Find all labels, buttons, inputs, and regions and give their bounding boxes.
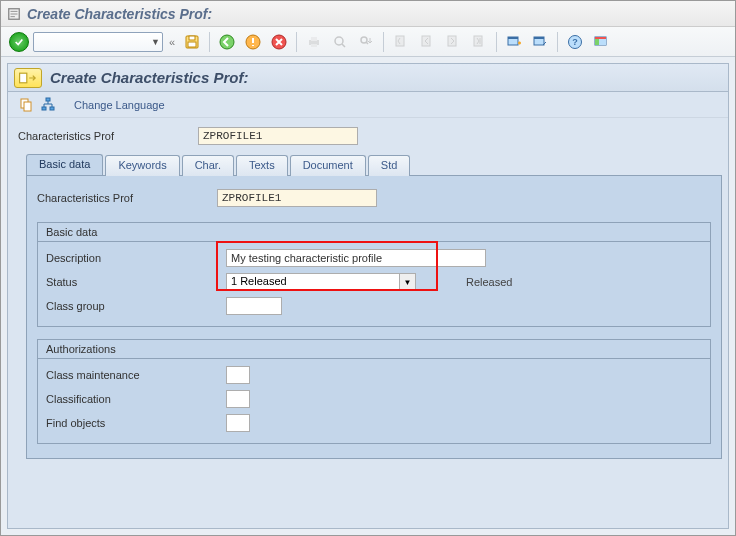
- tab-keywords[interactable]: Keywords: [105, 155, 179, 176]
- char-prof-label-2: Characteristics Prof: [37, 192, 217, 204]
- find-objects-input[interactable]: [226, 414, 250, 432]
- char-prof-label: Characteristics Prof: [18, 130, 198, 142]
- svg-rect-26: [20, 73, 27, 83]
- help-button[interactable]: ?: [564, 31, 586, 53]
- separator: [383, 32, 384, 52]
- window-titlebar: Create Characteristics Prof:: [1, 1, 735, 27]
- layout-menu-button[interactable]: [590, 31, 612, 53]
- structure-icon[interactable]: [40, 97, 56, 113]
- status-readable: Released: [466, 276, 512, 288]
- first-page-button[interactable]: [390, 31, 412, 53]
- command-field[interactable]: ▼: [33, 32, 163, 52]
- char-prof-input-2[interactable]: [217, 189, 377, 207]
- basic-data-group: Basic data Description Status 1 Released…: [37, 222, 711, 327]
- svg-rect-17: [508, 37, 518, 39]
- description-label: Description: [46, 252, 226, 264]
- window-menu-icon[interactable]: [7, 7, 21, 21]
- classification-label: Classification: [46, 393, 226, 405]
- svg-rect-24: [595, 39, 599, 45]
- collapse-icon[interactable]: «: [169, 36, 175, 48]
- tab-basic-data[interactable]: Basic data: [26, 154, 103, 175]
- svg-point-4: [220, 35, 234, 49]
- authorizations-group-title: Authorizations: [38, 340, 710, 359]
- svg-rect-31: [50, 107, 54, 110]
- class-group-input[interactable]: [226, 297, 282, 315]
- tab-document[interactable]: Document: [290, 155, 366, 176]
- class-maintenance-input[interactable]: [226, 366, 250, 384]
- svg-rect-23: [595, 37, 606, 39]
- svg-text:?: ?: [572, 37, 578, 47]
- class-maintenance-label: Class maintenance: [46, 369, 226, 381]
- tab-body-basic-data: Characteristics Prof Basic data Descript…: [26, 176, 722, 459]
- find-button[interactable]: [329, 31, 351, 53]
- dropdown-icon: ▼: [399, 274, 415, 290]
- next-page-button[interactable]: [442, 31, 464, 53]
- app-toolbar: Change Language: [8, 92, 728, 118]
- svg-rect-9: [311, 44, 317, 47]
- svg-rect-3: [188, 42, 196, 47]
- enter-button[interactable]: [9, 32, 29, 52]
- tab-texts[interactable]: Texts: [236, 155, 288, 176]
- find-objects-label: Find objects: [46, 417, 226, 429]
- svg-rect-12: [396, 36, 404, 46]
- find-next-button[interactable]: [355, 31, 377, 53]
- panel-header: Create Characteristics Prof:: [8, 64, 728, 92]
- svg-rect-30: [42, 107, 46, 110]
- tabstrip: Basic data Keywords Char. Texts Document…: [8, 148, 728, 459]
- separator: [209, 32, 210, 52]
- tab-char[interactable]: Char.: [182, 155, 234, 176]
- cancel-button[interactable]: [268, 31, 290, 53]
- svg-rect-15: [474, 36, 482, 46]
- svg-rect-19: [534, 37, 544, 39]
- exit-button[interactable]: [242, 31, 264, 53]
- svg-rect-29: [46, 98, 50, 101]
- dropdown-icon: ▼: [151, 37, 160, 47]
- svg-rect-2: [189, 36, 195, 40]
- change-language-link[interactable]: Change Language: [74, 99, 165, 111]
- char-prof-row: Characteristics Prof: [8, 124, 728, 148]
- svg-rect-13: [422, 36, 430, 46]
- copy-icon[interactable]: [18, 97, 34, 113]
- svg-point-10: [335, 37, 343, 45]
- new-session-button[interactable]: [503, 31, 525, 53]
- main-panel: Create Characteristics Prof: Change Lang…: [7, 63, 729, 529]
- display-toggle-button[interactable]: [14, 68, 42, 88]
- tab-std[interactable]: Std: [368, 155, 411, 176]
- description-input[interactable]: [226, 249, 486, 267]
- basic-data-group-title: Basic data: [38, 223, 710, 242]
- char-prof-input[interactable]: [198, 127, 358, 145]
- window-title: Create Characteristics Prof:: [27, 6, 212, 22]
- separator: [296, 32, 297, 52]
- back-button[interactable]: [216, 31, 238, 53]
- separator: [557, 32, 558, 52]
- svg-rect-25: [599, 39, 606, 45]
- prev-page-button[interactable]: [416, 31, 438, 53]
- separator: [496, 32, 497, 52]
- status-label: Status: [46, 276, 226, 288]
- save-button[interactable]: [181, 31, 203, 53]
- print-button[interactable]: [303, 31, 325, 53]
- authorizations-group: Authorizations Class maintenance Classif…: [37, 339, 711, 444]
- status-value: 1 Released: [227, 274, 399, 290]
- svg-rect-8: [311, 37, 317, 41]
- content-area: Create Characteristics Prof: Change Lang…: [1, 57, 735, 535]
- status-select[interactable]: 1 Released ▼: [226, 273, 416, 291]
- main-toolbar: ▼ « ?: [1, 27, 735, 57]
- class-group-label: Class group: [46, 300, 226, 312]
- svg-rect-28: [24, 102, 31, 111]
- generate-shortcut-button[interactable]: [529, 31, 551, 53]
- last-page-button[interactable]: [468, 31, 490, 53]
- svg-rect-14: [448, 36, 456, 46]
- panel-title: Create Characteristics Prof:: [50, 69, 248, 86]
- classification-input[interactable]: [226, 390, 250, 408]
